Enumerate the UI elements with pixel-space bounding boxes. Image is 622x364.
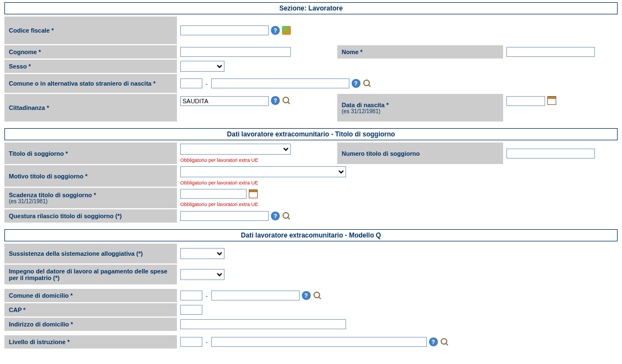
separator: - xyxy=(206,292,208,299)
label-indirizzo-domicilio: Indirizzo di domicilio * xyxy=(4,318,177,331)
cognome-input[interactable] xyxy=(180,47,291,57)
numero-titolo-input[interactable] xyxy=(506,149,595,159)
livello-code-input[interactable] xyxy=(180,337,202,347)
scadenza-titolo-input[interactable] xyxy=(180,189,247,199)
label-cittadinanza: Cittadinanza * xyxy=(4,94,177,122)
livello-desc-input[interactable] xyxy=(211,337,427,347)
help-icon[interactable]: ? xyxy=(271,96,280,105)
scadenza-text: Scadenza titolo di soggiorno * xyxy=(9,192,96,198)
scadenza-example: (es 31/12/1981) xyxy=(9,198,48,204)
label-impegno: Impegno del datore di lavoro al pagament… xyxy=(4,265,177,284)
separator: - xyxy=(206,80,208,87)
search-icon[interactable] xyxy=(313,291,322,300)
titolo-soggiorno-select[interactable] xyxy=(180,144,291,155)
label-nome: Nome * xyxy=(337,45,503,59)
impegno-select[interactable] xyxy=(180,269,224,280)
help-icon[interactable]: ? xyxy=(271,26,280,35)
label-cognome: Cognome * xyxy=(4,45,177,59)
search-icon[interactable] xyxy=(282,96,291,105)
help-icon[interactable]: ? xyxy=(302,291,311,300)
label-comune-domicilio: Comune di domicilio * xyxy=(4,289,177,302)
nome-input[interactable] xyxy=(506,47,595,57)
hint-extra-ue: Obbligatorio per lavoratori extra UE xyxy=(180,202,614,207)
search-icon[interactable] xyxy=(363,79,372,88)
comune-nascita-code-input[interactable] xyxy=(180,78,202,88)
questura-input[interactable] xyxy=(180,211,269,221)
label-livello-istruzione: Livello di istruzione * xyxy=(4,335,177,349)
indirizzo-dom-input[interactable] xyxy=(180,319,346,329)
label-titolo-soggiorno: Titolo di soggiorno * xyxy=(4,143,177,164)
search-icon[interactable] xyxy=(282,212,291,220)
search-icon[interactable] xyxy=(440,337,449,346)
motivo-titolo-select[interactable] xyxy=(180,166,346,177)
section-header-lavoratore: Sezione: Lavoratore xyxy=(4,2,618,14)
label-data-nascita: Data di nascita * (es 31/12/1981) xyxy=(337,94,503,122)
label-codice-fiscale: Codice fiscale * xyxy=(4,17,177,44)
hint-extra-ue: Obbligatorio per lavoratori extra UE xyxy=(180,180,614,186)
hint-extra-ue: Obbligatorio per lavoratori extra UE xyxy=(180,157,334,163)
label-numero-titolo: Numero titolo di soggiorno xyxy=(337,143,503,164)
help-icon[interactable]: ? xyxy=(271,212,280,220)
codice-fiscale-input[interactable] xyxy=(180,25,269,35)
edit-icon[interactable] xyxy=(282,26,291,35)
cap-input[interactable] xyxy=(180,305,202,315)
cittadinanza-input[interactable] xyxy=(180,96,269,106)
comune-dom-desc-input[interactable] xyxy=(211,291,300,300)
comune-dom-code-input[interactable] xyxy=(180,291,202,300)
label-comune-nascita: Comune o in alternativa stato straniero … xyxy=(4,74,177,93)
calendar-icon[interactable] xyxy=(249,189,258,198)
help-icon[interactable]: ? xyxy=(352,79,360,88)
data-nascita-example: (es 31/12/1981) xyxy=(342,108,499,114)
help-icon[interactable]: ? xyxy=(429,337,438,346)
sesso-select[interactable] xyxy=(180,61,224,72)
calendar-icon[interactable] xyxy=(547,96,556,105)
section-header-modello-q: Dati lavoratore extracomunitario - Model… xyxy=(4,229,618,241)
section-header-titolo-soggiorno: Dati lavoratore extracomunitario - Titol… xyxy=(4,128,618,140)
label-scadenza-titolo: Scadenza titolo di soggiorno * (es 31/12… xyxy=(4,188,177,208)
comune-nascita-desc-input[interactable] xyxy=(211,78,349,88)
label-sesso: Sesso * xyxy=(4,60,177,73)
label-cap: CAP * xyxy=(4,303,177,316)
sussistenza-select[interactable] xyxy=(180,248,224,259)
data-nascita-text: Data di nascita * xyxy=(342,102,499,108)
data-nascita-input[interactable] xyxy=(506,96,545,106)
label-questura: Questura rilascio titolo di soggiorno (*… xyxy=(4,209,177,223)
label-motivo-titolo: Motivo titolo di soggiorno * xyxy=(4,165,177,187)
label-sussistenza: Sussistenza della sistemazione alloggiat… xyxy=(4,244,177,263)
separator: - xyxy=(206,339,208,345)
